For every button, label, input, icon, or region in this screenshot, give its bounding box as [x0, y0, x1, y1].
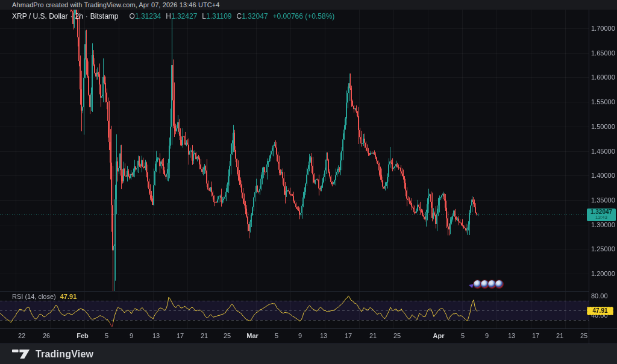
price-tick-label: 1.65000	[591, 49, 615, 57]
high-value: 1.32427	[171, 12, 197, 20]
rsi-title[interactable]: RSI (14, close)	[12, 293, 56, 300]
price-tick-label: 1.35000	[591, 196, 615, 204]
rsi-current-value: 47.91	[60, 293, 77, 300]
rsi-value-label: 47.91	[587, 307, 613, 315]
open-label: O	[130, 12, 135, 20]
tradingview-logo-text[interactable]: TradingView	[36, 349, 93, 360]
time-tick-label: 25	[580, 332, 587, 339]
time-tick-label: 17	[532, 332, 539, 339]
time-tick-label: 5	[275, 332, 278, 339]
ohlc-values: O1.31234H1.32427L1.31109C1.32047+0.00766…	[125, 12, 335, 20]
time-tick-label: 21	[556, 332, 563, 339]
tradingview-chart-window: AhmadPro created with TradingView.com, A…	[0, 0, 617, 364]
exchange-label: Bitstamp	[90, 12, 119, 20]
close-value: 1.32047	[242, 12, 268, 20]
time-tick-label: 17	[345, 332, 352, 339]
price-tick-label: 1.60000	[591, 74, 615, 81]
time-tick-label: 13	[320, 332, 327, 339]
chart-canvas[interactable]	[0, 0, 617, 364]
legend-separator: ·	[67, 12, 75, 20]
price-tick-label: 1.70000	[591, 25, 615, 32]
emoji-sticker-icon[interactable]	[495, 280, 503, 288]
bar-countdown: 13:43	[587, 215, 616, 220]
rsi-tick-label: 80.00	[591, 292, 608, 300]
price-tick-label: 1.55000	[591, 98, 615, 105]
price-tick-label: 1.40000	[591, 172, 615, 179]
symbol-title[interactable]: XRP / U.S. Dollar	[12, 12, 67, 20]
time-tick-label: 26	[43, 332, 50, 339]
price-tick-label: 1.50000	[591, 123, 615, 130]
time-tick-label: 13	[508, 332, 515, 339]
last-price-label: 1.32047 13:43	[587, 209, 616, 221]
time-tick-label: 9	[485, 332, 489, 339]
pane-divider[interactable]	[0, 291, 589, 292]
time-tick-label: 21	[369, 332, 377, 339]
symbol-legend[interactable]: XRP / U.S. Dollar·2h·BitstampO1.31234H1.…	[12, 12, 334, 20]
price-tick-label: 1.20000	[591, 270, 615, 277]
tradingview-logo-icon[interactable]	[12, 348, 30, 360]
open-value: 1.31234	[135, 12, 161, 20]
legend-separator: ·	[83, 12, 90, 20]
time-tick-label: 25	[224, 332, 231, 339]
price-tick-label: 1.45000	[591, 148, 615, 155]
time-tick-label: Feb	[77, 332, 89, 339]
attribution-text: AhmadPro created with TradingView.com, A…	[12, 1, 220, 8]
price-tick-label: 1.30000	[591, 221, 615, 228]
time-tick-label: Apr	[433, 332, 445, 339]
time-tick-label: Mar	[246, 332, 258, 339]
close-label: C	[237, 12, 242, 20]
tradingview-footer: TradingView	[0, 344, 617, 364]
time-tick-label: 22	[18, 332, 25, 339]
time-axis[interactable]: 2226Feb5913172125Mar5913172125Apr5913172…	[0, 329, 589, 344]
time-tick-label: 5	[461, 332, 465, 339]
price-axis[interactable]: 1.700001.650001.600001.550001.500001.450…	[589, 10, 617, 328]
time-tick-label: 25	[393, 332, 401, 339]
time-tick-label: 9	[130, 332, 133, 339]
time-tick-label: 21	[201, 332, 208, 339]
low-value: 1.31109	[206, 12, 232, 20]
low-label: L	[202, 12, 206, 20]
time-tick-label: 13	[152, 332, 160, 339]
time-tick-label: 17	[177, 332, 184, 339]
price-tick-label: 1.25000	[591, 245, 615, 253]
attribution-bar: AhmadPro created with TradingView.com, A…	[0, 0, 617, 10]
high-label: H	[166, 12, 171, 20]
rsi-legend[interactable]: RSI (14, close)47.91	[12, 293, 77, 300]
time-tick-label: 9	[298, 332, 302, 339]
change-value: +0.00766 (+0.58%)	[273, 12, 335, 20]
time-tick-label: 5	[105, 332, 108, 339]
interval-label[interactable]: 2h	[75, 12, 83, 20]
